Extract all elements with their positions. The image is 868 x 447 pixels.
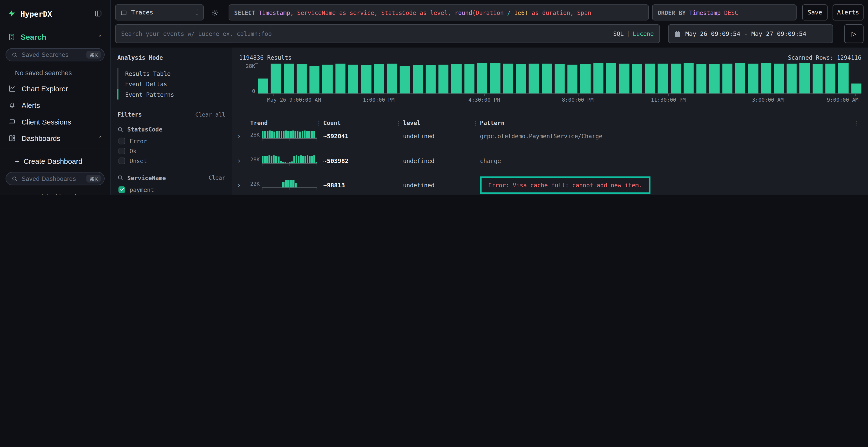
histogram-bar[interactable] xyxy=(593,63,603,94)
histogram-bar[interactable] xyxy=(619,64,629,94)
table-row[interactable]: › 22K ~98813 undefined Error: Visa cache… xyxy=(232,177,868,195)
chevron-up-icon[interactable]: ⌃ xyxy=(98,136,102,141)
histogram-bar[interactable] xyxy=(567,65,578,94)
collapse-sidebar-icon[interactable] xyxy=(94,9,102,18)
sidebar-item-search[interactable]: Search ⌃ xyxy=(0,33,110,41)
filter-option-unset[interactable]: Unset xyxy=(117,156,225,166)
clear-filter-button[interactable]: Clear xyxy=(209,175,225,181)
date-range-picker[interactable]: May 26 09:09:54 - May 27 09:09:54 xyxy=(668,24,833,43)
histogram-bar[interactable] xyxy=(800,63,810,94)
histogram-bar[interactable] xyxy=(812,64,823,94)
saved-dashboards-input[interactable]: Saved Dashboards ⌘K xyxy=(5,172,105,185)
histogram-bar[interactable] xyxy=(722,64,732,94)
table-row[interactable]: › 28K ~503982 undefined charge xyxy=(232,152,868,177)
save-button[interactable]: Save xyxy=(802,4,828,21)
histogram-bar[interactable] xyxy=(838,63,848,94)
filter-option-ok[interactable]: Ok xyxy=(117,146,225,156)
row-expander-chevron[interactable]: › xyxy=(236,152,250,165)
sidebar-item-dashboards[interactable]: Dashboards⌃ xyxy=(0,130,110,147)
column-header-trend[interactable]: Trend xyxy=(250,119,323,126)
histogram-bar[interactable] xyxy=(387,64,397,94)
chevron-up-icon[interactable]: ⌃ xyxy=(98,34,102,40)
table-row[interactable]: › 28K ~592041 undefined grpc.oteldemo.Pa… xyxy=(232,128,868,152)
run-query-button[interactable]: ▷ xyxy=(844,24,863,43)
checkbox[interactable] xyxy=(118,148,125,154)
histogram-bar[interactable] xyxy=(348,65,358,94)
histogram-bar[interactable] xyxy=(271,64,281,94)
column-header-pattern[interactable]: ⋮Pattern xyxy=(480,119,854,126)
histogram-bar[interactable] xyxy=(284,64,294,94)
histogram-bar[interactable] xyxy=(851,83,861,94)
histogram-bar[interactable] xyxy=(761,63,771,94)
histogram-bar[interactable] xyxy=(426,65,436,94)
histogram-bar[interactable] xyxy=(310,66,320,94)
histogram-bar[interactable] xyxy=(684,63,694,94)
source-select[interactable]: Traces ⌃⌄ xyxy=(115,4,204,21)
checkbox[interactable] xyxy=(118,138,125,144)
histogram-bar[interactable] xyxy=(503,64,513,94)
histogram-bar[interactable] xyxy=(580,64,590,94)
column-header-level[interactable]: ⋮level xyxy=(403,119,480,126)
histogram-bar[interactable] xyxy=(748,64,758,94)
sidebar-item-chart-explorer[interactable]: Chart Explorer xyxy=(0,80,110,97)
histogram-bar[interactable] xyxy=(374,64,384,94)
order-by-editor[interactable]: ORDER BY Timestamp DESC xyxy=(652,4,797,21)
analysis-mode-list: Results TableEvent DeltasEvent Patterns xyxy=(117,68,225,100)
histogram-bar[interactable] xyxy=(606,63,616,94)
checkbox[interactable] xyxy=(118,158,125,165)
analysis-mode-results-table[interactable]: Results Table xyxy=(117,68,225,78)
sidebar-item-client-sessions[interactable]: Client Sessions xyxy=(0,113,110,130)
create-dashboard-button[interactable]: +Create Dashboard xyxy=(0,149,110,166)
language-toggle[interactable]: SQL|Lucene xyxy=(613,30,654,37)
column-drag-handle[interactable]: ⋮ xyxy=(316,120,322,126)
histogram-bar[interactable] xyxy=(297,64,307,94)
histogram-bar[interactable] xyxy=(542,64,552,94)
histogram-bar[interactable] xyxy=(645,64,655,94)
checkbox-checked[interactable] xyxy=(118,186,125,193)
histogram-bar[interactable] xyxy=(658,64,668,94)
analysis-mode-event-patterns[interactable]: Event Patterns xyxy=(117,89,225,100)
histogram-bar[interactable] xyxy=(490,63,500,94)
highlighted-pattern-box[interactable]: Error: Visa cache full: cannot add new i… xyxy=(480,176,651,194)
histogram-bar[interactable] xyxy=(529,64,539,94)
histogram-bar[interactable] xyxy=(774,64,784,94)
filter-option-payment[interactable]: payment xyxy=(117,184,225,195)
column-header-count[interactable]: ⋮Count xyxy=(323,119,403,126)
histogram-bar[interactable] xyxy=(735,63,745,94)
source-settings-button[interactable] xyxy=(209,4,220,21)
table-menu-icon[interactable]: ⋮ xyxy=(854,120,863,126)
histogram-bar[interactable] xyxy=(671,64,681,94)
histogram-bar[interactable] xyxy=(258,79,268,94)
histogram-bar[interactable] xyxy=(555,64,565,94)
histogram-bar[interactable] xyxy=(516,64,526,94)
histogram-bar[interactable] xyxy=(696,64,707,94)
filter-option-error[interactable]: Error xyxy=(117,136,225,146)
histogram-bar[interactable] xyxy=(709,64,719,94)
column-drag-handle[interactable]: ⋮ xyxy=(473,120,478,126)
histogram-bar[interactable] xyxy=(335,64,345,94)
histogram-bar[interactable] xyxy=(825,64,835,94)
results-histogram[interactable]: 28K 0 May 26 9:00:00 AM1:00:00 PM4:30:00… xyxy=(239,63,862,103)
row-expander-chevron[interactable]: › xyxy=(236,177,250,189)
histogram-bar[interactable] xyxy=(787,64,797,94)
table-header: Trend ⋮Count ⋮level ⋮Pattern ⋮ xyxy=(232,118,868,128)
histogram-bar[interactable] xyxy=(400,66,410,94)
row-expander-chevron[interactable]: › xyxy=(236,128,250,140)
histogram-bar[interactable] xyxy=(452,64,462,94)
sidebar-item-alerts[interactable]: Alerts xyxy=(0,97,110,113)
column-drag-handle[interactable]: ⋮ xyxy=(396,120,401,126)
search-input[interactable]: Search your events w/ Lucene ex. column:… xyxy=(115,24,660,43)
sql-select-editor[interactable]: SELECT Timestamp, ServiceName as service… xyxy=(228,4,649,21)
saved-searches-input[interactable]: Saved Searches ⌘K xyxy=(5,48,105,61)
analysis-mode-event-deltas[interactable]: Event Deltas xyxy=(117,78,225,89)
clear-all-filters-button[interactable]: Clear all xyxy=(195,111,225,117)
sidebar-item-label: Dashboards xyxy=(22,134,98,142)
histogram-bar[interactable] xyxy=(361,65,371,94)
histogram-bar[interactable] xyxy=(413,65,423,94)
histogram-bar[interactable] xyxy=(632,64,642,94)
histogram-bar[interactable] xyxy=(477,63,487,94)
histogram-bar[interactable] xyxy=(464,64,474,94)
alerts-button[interactable]: Alerts xyxy=(833,4,864,21)
histogram-bar[interactable] xyxy=(322,65,333,94)
histogram-bar[interactable] xyxy=(439,65,449,94)
